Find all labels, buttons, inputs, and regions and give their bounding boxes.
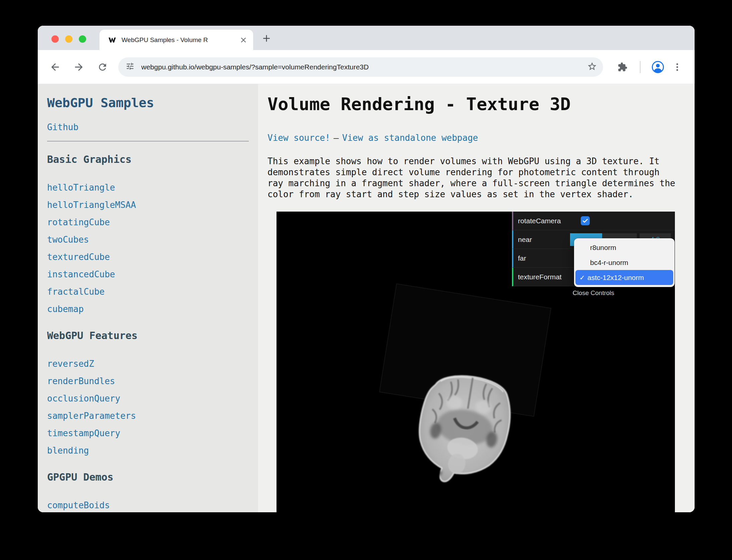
- section-heading-webgpu-features: WebGPU Features: [47, 330, 249, 342]
- checkmark-icon: ✓: [579, 274, 587, 282]
- dropdown-option-r8unorm[interactable]: r8unorm: [575, 240, 673, 255]
- list-item: helloTriangle: [47, 179, 249, 196]
- new-tab-button[interactable]: [261, 33, 272, 44]
- toolbar-divider: [640, 61, 640, 73]
- sidebar-link-samplerParameters[interactable]: samplerParameters: [47, 411, 136, 421]
- sidebar-link-texturedCube[interactable]: texturedCube: [47, 252, 110, 262]
- gui-label-rotate-camera: rotateCamera: [513, 217, 570, 225]
- sidebar-link-helloTriangle[interactable]: helloTriangle: [47, 183, 115, 193]
- webgpu-canvas[interactable]: rotateCamera near 4.0 far textur: [277, 212, 675, 512]
- gui-row-rotate-camera: rotateCamera: [512, 212, 675, 230]
- dropdown-selected-label: astc-12x12-unorm: [587, 274, 644, 282]
- section-heading-basic-graphics: Basic Graphics: [47, 154, 249, 166]
- dropdown-option-bc4-r-unorm[interactable]: bc4-r-unorm: [575, 255, 673, 270]
- window-controls: [51, 35, 86, 43]
- sample-description: This example shows how to render volumes…: [267, 156, 677, 200]
- tab-close-icon[interactable]: [238, 35, 248, 45]
- site-settings-icon[interactable]: [126, 62, 135, 72]
- gui-label-texture-format: textureFormat: [513, 273, 570, 281]
- page-content: WebGPU Samples Github Basic Graphics hel…: [38, 84, 695, 512]
- reload-button[interactable]: [95, 59, 111, 75]
- list-item: blending: [47, 442, 249, 459]
- zoom-window-button[interactable]: [79, 35, 86, 43]
- sidebar-link-renderBundles[interactable]: renderBundles: [47, 376, 115, 386]
- close-window-button[interactable]: [51, 35, 59, 43]
- link-separator: —: [334, 133, 339, 143]
- sidebar-link-helloTriangleMSAA[interactable]: helloTriangleMSAA: [47, 200, 136, 210]
- sidebar-list-webgpu-features: reversedZ renderBundles occlusionQuery s…: [47, 355, 249, 459]
- section-heading-gpgpu-demos: GPGPU Demos: [47, 471, 249, 483]
- minimize-window-button[interactable]: [65, 35, 72, 43]
- browser-toolbar: webgpu.github.io/webgpu-samples/?sample=…: [38, 50, 695, 84]
- sidebar-title: WebGPU Samples: [47, 95, 249, 110]
- sidebar-link-computeBoids[interactable]: computeBoids: [47, 500, 110, 510]
- tab-strip: WebGPU Samples - Volume R: [38, 26, 695, 50]
- sample-links: View source!—View as standalone webpage: [267, 133, 695, 143]
- browser-window: WebGPU Samples - Volume R webgpu.github.…: [38, 26, 695, 512]
- webgpu-favicon-icon: [108, 35, 117, 45]
- url-text: webgpu.github.io/webgpu-samples/?sample=…: [141, 63, 587, 71]
- list-item: twoCubes: [47, 231, 249, 248]
- profile-avatar-icon[interactable]: [651, 60, 665, 74]
- rotate-camera-checkbox[interactable]: [581, 216, 590, 225]
- gui-label-far: far: [513, 254, 570, 262]
- gui-label-near: near: [513, 236, 570, 244]
- sidebar-link-reversedZ[interactable]: reversedZ: [47, 359, 94, 369]
- list-item: helloTriangleMSAA: [47, 196, 249, 214]
- sidebar-list-gpgpu-demos: computeBoids: [47, 497, 249, 512]
- list-item: fractalCube: [47, 283, 249, 300]
- sidebar-link-cubemap[interactable]: cubemap: [47, 304, 84, 314]
- main-content: Volume Rendering - Texture 3D View sourc…: [258, 84, 695, 512]
- sidebar-link-rotatingCube[interactable]: rotatingCube: [47, 217, 110, 227]
- sidebar-link-blending[interactable]: blending: [47, 446, 89, 456]
- sidebar-link-occlusionQuery[interactable]: occlusionQuery: [47, 393, 120, 403]
- standalone-webpage-link[interactable]: View as standalone webpage: [342, 133, 478, 143]
- browser-menu-icon[interactable]: [670, 60, 685, 74]
- list-item: texturedCube: [47, 248, 249, 266]
- sidebar-link-twoCubes[interactable]: twoCubes: [47, 235, 89, 245]
- browser-tab[interactable]: WebGPU Samples - Volume R: [100, 30, 253, 50]
- list-item: cubemap: [47, 300, 249, 318]
- list-item: reversedZ: [47, 355, 249, 372]
- list-item: instancedCube: [47, 266, 249, 283]
- extensions-icon[interactable]: [615, 60, 630, 74]
- list-item: rotatingCube: [47, 214, 249, 231]
- view-source-link[interactable]: View source!: [267, 133, 330, 143]
- list-item: occlusionQuery: [47, 390, 249, 407]
- dropdown-option-astc-12x12-unorm[interactable]: ✓ astc-12x12-unorm: [575, 270, 673, 285]
- sidebar-divider: [47, 141, 249, 142]
- page-title: Volume Rendering - Texture 3D: [267, 94, 695, 114]
- url-bar[interactable]: webgpu.github.io/webgpu-samples/?sample=…: [118, 57, 603, 77]
- tab-title: WebGPU Samples - Volume R: [122, 36, 238, 44]
- bookmark-star-icon[interactable]: [587, 61, 597, 73]
- sidebar-link-instancedCube[interactable]: instancedCube: [47, 269, 115, 279]
- sidebar: WebGPU Samples Github Basic Graphics hel…: [38, 84, 258, 512]
- list-item: renderBundles: [47, 372, 249, 390]
- github-link[interactable]: Github: [47, 122, 78, 132]
- mri-brain-render: [397, 358, 533, 493]
- texture-format-dropdown: r8unorm bc4-r-unorm ✓ astc-12x12-unorm: [574, 238, 675, 287]
- sidebar-list-basic-graphics: helloTriangle helloTriangleMSAA rotating…: [47, 179, 249, 318]
- list-item: timestampQuery: [47, 425, 249, 442]
- close-controls-button[interactable]: Close Controls: [512, 286, 675, 300]
- list-item: samplerParameters: [47, 407, 249, 425]
- forward-button[interactable]: [71, 59, 87, 75]
- back-button[interactable]: [47, 59, 63, 75]
- sidebar-link-timestampQuery[interactable]: timestampQuery: [47, 428, 120, 438]
- list-item: computeBoids: [47, 497, 249, 512]
- sidebar-link-fractalCube[interactable]: fractalCube: [47, 287, 105, 297]
